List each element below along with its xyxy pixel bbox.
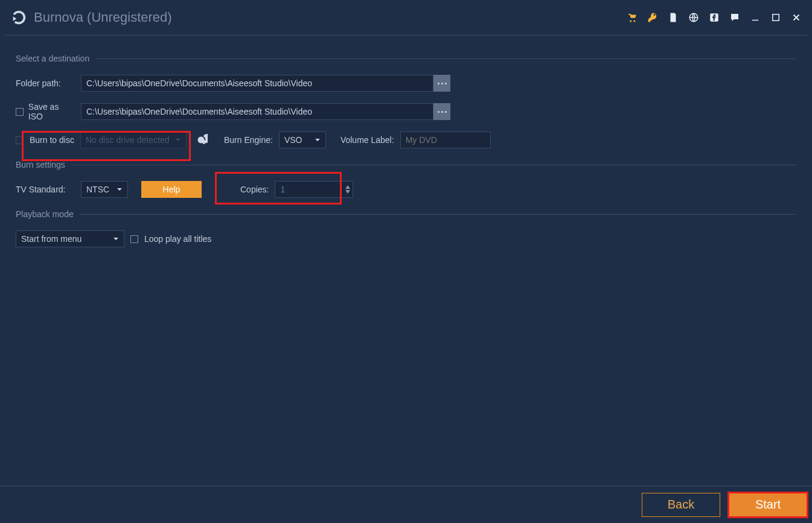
disc-drive-value: No disc drive detected: [86, 135, 170, 145]
section-destination: Select a destination Folder path: Save a…: [16, 54, 796, 149]
refresh-drives-button[interactable]: [193, 132, 209, 148]
section-divider: [80, 214, 796, 215]
loop-label: Loop play all titles: [144, 234, 211, 244]
copies-label: Copies:: [240, 185, 269, 194]
section-divider: [95, 59, 796, 59]
svg-rect-3: [773, 14, 779, 21]
copies-input[interactable]: 1: [275, 181, 353, 198]
titlebar-actions: [626, 11, 802, 24]
playback-mode-value: Start from menu: [21, 234, 82, 244]
save-iso-label: Save as ISO: [28, 102, 75, 121]
iso-path-input[interactable]: [81, 103, 433, 120]
cart-icon[interactable]: [626, 11, 638, 24]
titlebar: Burnova (Unregistered): [0, 0, 812, 35]
section-burn-settings: Burn settings TV Standard: NTSC Help Cop…: [16, 160, 796, 198]
iso-browse-button[interactable]: [433, 103, 450, 120]
volume-label-label: Volume Label:: [340, 135, 394, 145]
spinner-down-icon[interactable]: [345, 190, 350, 194]
tv-standard-value: NTSC: [86, 185, 109, 194]
chevron-down-icon: [315, 137, 321, 143]
key-icon[interactable]: [647, 11, 659, 24]
burn-label: Burn to disc: [30, 135, 74, 145]
document-icon[interactable]: [667, 11, 679, 24]
section-playback: Playback mode Start from menu Loop play …: [16, 209, 796, 248]
titlebar-divider: [5, 35, 807, 36]
section-playback-title: Playback mode: [16, 209, 74, 219]
help-button[interactable]: Help: [141, 181, 202, 198]
minimize-icon[interactable]: [749, 11, 761, 24]
tv-standard-select[interactable]: NTSC: [81, 181, 128, 198]
chevron-down-icon: [175, 137, 181, 143]
disc-drive-select: No disc drive detected: [80, 132, 187, 148]
section-burn-title: Burn settings: [16, 160, 65, 170]
volume-label-input[interactable]: [400, 132, 491, 148]
feedback-icon[interactable]: [729, 11, 741, 24]
folder-path-input[interactable]: [81, 75, 433, 92]
start-button[interactable]: Start: [727, 492, 808, 518]
svg-rect-2: [752, 20, 759, 21]
back-button[interactable]: Back: [642, 493, 720, 517]
app-logo-icon: [10, 8, 28, 27]
spinner-up-icon[interactable]: [345, 185, 350, 189]
folder-path-label: Folder path:: [16, 78, 75, 88]
section-destination-title: Select a destination: [16, 54, 89, 63]
app-title: Burnova (Unregistered): [34, 10, 172, 25]
close-icon[interactable]: [790, 11, 802, 24]
footer: Back Start: [0, 486, 812, 523]
globe-icon[interactable]: [688, 11, 700, 24]
save-iso-checkbox[interactable]: [16, 108, 24, 116]
chevron-down-icon: [113, 236, 119, 242]
loop-checkbox[interactable]: [130, 235, 138, 243]
folder-browse-button[interactable]: [433, 75, 450, 92]
copies-value: 1: [275, 185, 353, 194]
burn-checkbox[interactable]: [16, 136, 24, 144]
burn-engine-select[interactable]: VSO: [279, 132, 326, 148]
chevron-down-icon: [117, 186, 123, 192]
tv-standard-label: TV Standard:: [16, 185, 75, 194]
facebook-icon[interactable]: [708, 11, 720, 24]
burn-engine-value: VSO: [284, 135, 302, 145]
maximize-icon[interactable]: [770, 11, 782, 24]
section-divider: [71, 165, 796, 165]
burn-engine-label: Burn Engine:: [224, 135, 273, 145]
playback-mode-select[interactable]: Start from menu: [16, 230, 124, 247]
